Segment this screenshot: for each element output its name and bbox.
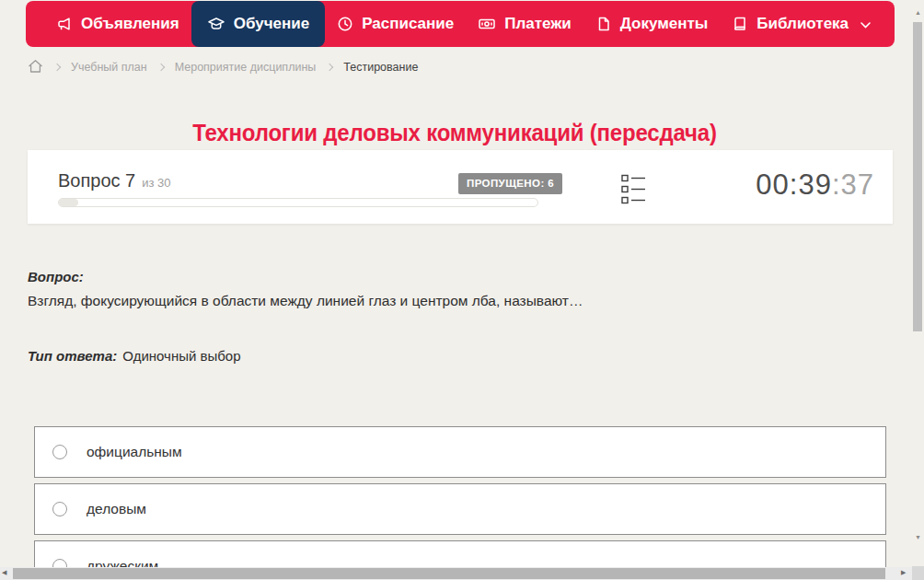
graduation-cap-icon [207,16,225,32]
nav-item-label: Платежи [504,15,572,33]
option-label: деловым [87,501,146,517]
radio-button[interactable] [52,445,67,459]
timer-hours-minutes: 00:39 [756,168,832,201]
nav-item-schedule[interactable]: Расписание [325,1,466,47]
nav-item-label: Библиотека [757,15,849,33]
nav-item-label: Объявления [81,15,179,33]
option-label: официальным [87,444,182,460]
nav-item-payments[interactable]: Платежи [466,1,583,47]
breadcrumb-testing: Тестирование [343,61,418,74]
answer-type-label: Тип ответа: [28,348,117,364]
cash-icon [478,16,496,32]
breadcrumb: Учебный план Мероприятие дисциплины Тест… [28,58,418,76]
question-number-label: Вопрос 7 [58,170,135,191]
nav-item-label: Документы [620,15,709,33]
question-number: Вопрос 7из 30 [58,170,171,191]
answer-type-value: Одиночный выбор [122,348,240,364]
clock-icon [337,16,353,32]
chevron-down-icon [860,22,871,29]
horizontal-scroll-right-arrow-icon[interactable]: ▶ [901,569,906,576]
page-title: Технологии деловых коммуникаций (пересда… [18,120,891,146]
question-text: Взгляд, фокусирующийся в области между л… [28,293,856,309]
nav-item-announcements[interactable]: Объявления [44,1,191,47]
timer: 00:39:37 [756,168,874,202]
breadcrumb-separator-icon [156,64,164,71]
question-total-label: из 30 [142,176,170,190]
radio-button[interactable] [52,502,67,516]
skipped-badge: ПРОПУЩЕНО: 6 [458,173,562,194]
nav-item-label: Расписание [362,15,454,33]
vertical-scroll-down-arrow-icon[interactable]: ▼ [912,534,924,540]
vertical-scroll-up-arrow-icon[interactable]: ▲ [912,9,924,16]
nav-item-library[interactable]: Библиотека [720,1,883,47]
progress-bar [58,198,538,207]
nav-item-label: Обучение [234,15,309,33]
book-icon [732,16,748,32]
horizontal-scrollbar-thumb[interactable] [13,568,885,579]
main-nav: Объявления Обучение Расписание Платежи Д… [26,1,895,47]
option-business[interactable]: деловым [34,483,886,535]
breadcrumb-separator-icon [326,64,333,71]
options-list: официальным деловым дружеским [34,426,886,580]
progress-fill [59,199,78,206]
timer-seconds: :37 [832,168,874,201]
breadcrumb-discipline-event[interactable]: Мероприятие дисциплины [175,61,317,74]
scrollbar-corner [912,566,924,580]
nav-item-learning[interactable]: Обучение [191,1,325,47]
breadcrumb-separator-icon [53,64,61,71]
megaphone-icon [56,16,73,32]
answer-type-row: Тип ответа:Одиночный выбор [28,348,241,364]
option-official[interactable]: официальным [34,426,886,478]
nav-item-documents[interactable]: Документы [583,1,721,47]
home-icon[interactable] [28,59,43,76]
document-icon [595,16,612,32]
breadcrumb-curriculum[interactable]: Учебный план [71,61,147,74]
vertical-scrollbar-thumb[interactable] [913,22,922,331]
horizontal-scroll-left-arrow-icon[interactable]: ◀ [2,569,6,576]
question-prompt-label: Вопрос: [28,269,84,284]
question-list-icon[interactable] [621,174,646,209]
question-header-panel: Вопрос 7из 30 ПРОПУЩЕНО: 6 00:39:37 [28,150,893,224]
